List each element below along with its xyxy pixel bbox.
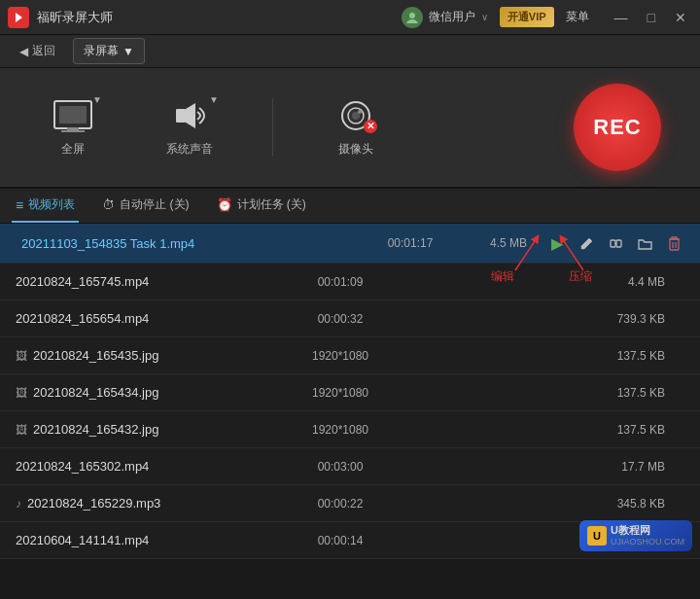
watermark-site: U教程网 — [611, 524, 684, 537]
audio-label: 系统声音 — [166, 141, 213, 158]
file-row[interactable]: 🖼 20210824_165432.jpg 1920*1080 137.5 KB — [0, 411, 700, 448]
file-duration: 00:00:32 — [292, 312, 389, 326]
folder-button[interactable] — [634, 232, 655, 254]
play-button[interactable]: ▶ — [546, 232, 568, 254]
app-logo — [8, 7, 29, 28]
file-row[interactable]: 🖼 20210824_165435.jpg 1920*1080 137.5 KB — [0, 337, 700, 374]
tab-auto-stop[interactable]: ⏱ 自动停止 (关) — [98, 189, 192, 223]
camera-control[interactable]: ✕ 摄像头 — [322, 98, 390, 158]
tab-scheduled-icon: ⏰ — [217, 197, 232, 212]
user-avatar — [402, 7, 423, 28]
tab-scheduled[interactable]: ⏰ 计划任务 (关) — [213, 189, 310, 223]
window-controls: — □ ✕ — [609, 8, 692, 27]
back-label: 返回 — [32, 43, 55, 59]
file-size: 4.5 MB — [459, 236, 546, 250]
user-dropdown-icon: ∨ — [481, 12, 488, 22]
file-name: 20210824_165745.mp4 — [16, 274, 292, 289]
image-file-icon: 🖼 — [16, 386, 27, 400]
audio-file-icon: ♪ — [16, 497, 21, 511]
audio-icon-wrap: ▼ — [168, 98, 211, 133]
svg-rect-6 — [176, 109, 186, 123]
record-screen-button[interactable]: 录屏幕 ▼ — [73, 38, 145, 64]
file-size: 137.5 KB — [389, 386, 684, 400]
svg-rect-11 — [611, 240, 615, 247]
file-duration: 00:01:17 — [362, 236, 459, 250]
tab-video-list-icon: ≡ — [16, 197, 23, 213]
audio-control[interactable]: ▼ 系统声音 — [156, 98, 224, 158]
file-list-container: 20211103_154835 Task 1.mp4 00:01:17 4.5 … — [0, 224, 700, 559]
svg-rect-5 — [61, 130, 85, 132]
separator — [272, 98, 273, 157]
delete-button[interactable] — [663, 232, 684, 254]
file-name: ♪ 20210824_165229.mp3 — [16, 496, 292, 511]
edit-button[interactable] — [576, 232, 597, 254]
file-name: 20210604_141141.mp4 — [16, 533, 292, 547]
titlebar: 福昕录屏大师 微信用户 ∨ 开通VIP 菜单 — □ ✕ — [0, 0, 700, 35]
file-size: 4.4 MB — [389, 275, 684, 289]
file-size: 137.5 KB — [389, 423, 684, 437]
vip-button[interactable]: 开通VIP — [500, 7, 554, 27]
toolbar: ◀ 返回 录屏幕 ▼ — [0, 35, 700, 68]
record-screen-label: 录屏幕 — [84, 43, 119, 59]
svg-rect-15 — [670, 239, 679, 250]
file-duration: 1920*1080 — [292, 349, 389, 363]
file-row[interactable]: 20210824_165302.mp4 00:03:00 17.7 MB — [0, 448, 700, 485]
back-button[interactable]: ◀ 返回 — [12, 39, 63, 63]
user-label: 微信用户 — [429, 9, 475, 25]
file-row[interactable]: 20211103_154835 Task 1.mp4 00:01:17 4.5 … — [0, 224, 700, 264]
user-menu[interactable]: 微信用户 ∨ — [402, 7, 488, 28]
file-row[interactable]: 🖼 20210824_165434.jpg 1920*1080 137.5 KB — [0, 374, 700, 411]
file-row[interactable]: 20210824_165745.mp4 00:01:09 4.4 MB — [0, 264, 700, 300]
watermark-u-icon: U — [587, 526, 607, 546]
file-size: 17.7 MB — [389, 460, 684, 474]
svg-rect-3 — [59, 106, 87, 123]
svg-rect-12 — [616, 240, 621, 247]
file-name: 🖼 20210824_165434.jpg — [16, 385, 292, 400]
fullscreen-control[interactable]: ▼ 全屏 — [39, 98, 107, 158]
camera-icon-wrap: ✕ — [334, 98, 377, 133]
compress-button[interactable] — [605, 232, 626, 254]
file-duration: 00:00:14 — [292, 534, 389, 547]
tab-video-list[interactable]: ≡ 视频列表 — [12, 189, 79, 223]
svg-marker-0 — [16, 13, 22, 22]
image-file-icon: 🖼 — [16, 423, 27, 437]
minimize-button[interactable]: — — [609, 8, 634, 27]
image-file-icon: 🖼 — [16, 349, 27, 363]
maximize-button[interactable]: □ — [642, 8, 661, 27]
tab-bar: ≡ 视频列表 ⏱ 自动停止 (关) ⏰ 计划任务 (关) — [0, 189, 700, 224]
fullscreen-icon-wrap: ▼ — [52, 98, 94, 133]
dropdown-arrow-icon: ▼ — [122, 45, 134, 58]
file-size: 739.3 KB — [389, 312, 684, 326]
watermark-url: UJIAOSHOU.COM — [611, 537, 684, 547]
file-name: 20211103_154835 Task 1.mp4 — [16, 236, 362, 251]
watermark-badge: U U教程网 UJIAOSHOU.COM — [579, 520, 692, 551]
titlebar-right: 微信用户 ∨ 开通VIP 菜单 — □ ✕ — [402, 7, 692, 28]
close-button[interactable]: ✕ — [669, 8, 692, 27]
svg-point-1 — [409, 13, 415, 18]
tab-auto-stop-label: 自动停止 (关) — [120, 196, 189, 213]
file-duration: 1920*1080 — [292, 386, 389, 400]
file-size: 345.8 KB — [389, 497, 684, 511]
camera-label: 摄像头 — [338, 141, 373, 158]
file-list: 20211103_154835 Task 1.mp4 00:01:17 4.5 … — [0, 224, 700, 559]
controls-panel: ▼ 全屏 ▼ 系统声音 — [0, 68, 700, 189]
file-row[interactable]: 20210824_165654.mp4 00:00:32 739.3 KB — [0, 300, 700, 337]
file-duration: 00:00:22 — [292, 497, 389, 511]
file-name: 🖼 20210824_165432.jpg — [16, 422, 292, 437]
file-row[interactable]: ♪ 20210824_165229.mp3 00:00:22 345.8 KB — [0, 485, 700, 522]
menu-button[interactable]: 菜单 — [566, 9, 589, 25]
file-duration: 1920*1080 — [292, 423, 389, 437]
watermark: U U教程网 UJIAOSHOU.COM — [579, 520, 692, 551]
file-duration: 00:03:00 — [292, 460, 389, 474]
rec-button[interactable]: REC — [574, 84, 661, 171]
file-name: 🖼 20210824_165435.jpg — [16, 348, 292, 363]
svg-point-10 — [358, 110, 362, 114]
file-size: 137.5 KB — [389, 349, 684, 363]
file-duration: 00:01:09 — [292, 275, 389, 289]
tab-video-list-label: 视频列表 — [28, 196, 75, 213]
file-name: 20210824_165302.mp4 — [16, 459, 292, 474]
fullscreen-label: 全屏 — [61, 141, 85, 158]
controls-left: ▼ 全屏 ▼ 系统声音 — [39, 98, 390, 158]
svg-rect-4 — [67, 127, 79, 130]
back-arrow-icon: ◀ — [19, 45, 28, 58]
